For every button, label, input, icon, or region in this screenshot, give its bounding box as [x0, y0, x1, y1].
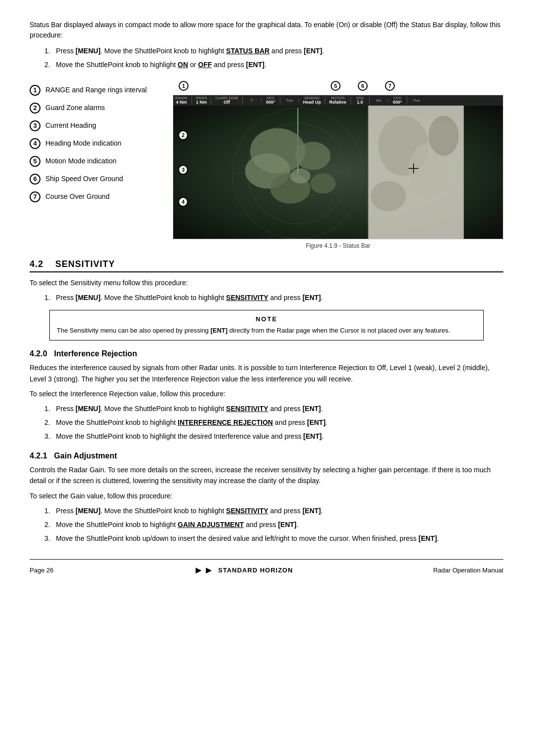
- section-420-header: 4.2.0Interference Rejection: [30, 349, 503, 358]
- legend-item-6: 6 Ship Speed Over Ground: [30, 174, 158, 185]
- sensitivity-highlight-420-1: SENSITIVITY: [226, 405, 268, 413]
- section-421-step-3: 3. Move the ShuttlePoint knob up/down to…: [44, 533, 503, 545]
- menu-key-420-1: [MENU]: [76, 405, 101, 413]
- section-420-para2: To select the Interference Rejection val…: [30, 388, 503, 399]
- status-range: RANGE 4 Nm: [175, 96, 192, 105]
- gain-adj-highlight: GAIN ADJUSTMENT: [178, 521, 244, 529]
- interference-highlight: INTERFERENCE REJECTION: [178, 418, 273, 426]
- status-bar-highlight: STATUS BAR: [226, 47, 269, 55]
- sensitivity-highlight-421: SENSITIVITY: [226, 507, 268, 515]
- ent-key-420-3: [ENT]: [304, 432, 322, 440]
- legend-text-1: RANGE and Range rings interval: [45, 85, 147, 95]
- callout-7-top: 7: [385, 81, 395, 91]
- status-true1: True: [284, 99, 299, 102]
- menu-key-1: [MENU]: [76, 47, 101, 55]
- legend-circle-6: 6: [30, 174, 40, 185]
- off-highlight: OFF: [198, 61, 212, 69]
- intro-paragraph: Status Bar displayed always in compact m…: [30, 20, 503, 40]
- section-42-intro: To select the Sensitivity menu follow th…: [30, 277, 503, 288]
- radar-status-bar: RANGE 4 Nm RINGS 1 Nm GUARD ZONE Off ⊙ H…: [173, 95, 503, 106]
- footer: Page 26 ►► STANDARD HORIZON Radar Operat…: [30, 559, 503, 576]
- legend-item-7: 7 Course Over Ground: [30, 191, 158, 202]
- legend-text-7: Course Over Ground: [45, 192, 110, 202]
- status-sog: SOG 1.0: [355, 96, 370, 105]
- callout-6-top: 6: [358, 81, 368, 91]
- status-motion: MOTION Relative: [329, 96, 351, 105]
- section-42-num: 4.2: [30, 259, 43, 269]
- ent-key-420-2: [ENT]: [307, 418, 325, 426]
- legend-list: 1 RANGE and Range rings interval 2 Guard…: [30, 85, 158, 209]
- callout-3: 3: [178, 165, 188, 175]
- legend-item-1: 1 RANGE and Range rings interval: [30, 85, 158, 96]
- section-42-title: SENSITIVITY: [55, 259, 115, 269]
- sensitivity-highlight-42: SENSITIVITY: [226, 294, 268, 302]
- legend-text-2: Guard Zone alarms: [45, 103, 105, 113]
- section-42-header: 4.2 SENSITIVITY: [30, 259, 503, 272]
- intro-step-1: 1. Press [MENU]. Move the ShuttlePoint k…: [44, 45, 503, 57]
- section-421-para1: Controls the Radar Gain. To see more det…: [30, 464, 503, 487]
- radar-svg: [173, 106, 503, 239]
- callout-2: 2: [178, 130, 188, 140]
- legend-circle-4: 4: [30, 138, 40, 149]
- radar-figure-container: 1 5 6 7 RANGE 4 Nm RINGS 1 Nm GUARD ZONE…: [173, 80, 503, 249]
- legend-text-3: Current Heading: [45, 121, 96, 131]
- section-420-step-3: 3. Move the ShuttlePoint knob to highlig…: [44, 431, 503, 443]
- menu-key-42: [MENU]: [76, 294, 101, 302]
- legend-circle-5: 5: [30, 156, 40, 167]
- section-421-title: Gain Adjustment: [54, 452, 117, 460]
- legend-text-5: Motion Mode indication: [45, 156, 116, 166]
- figure-caption: Figure 4.1.9 - Status Bar: [173, 242, 503, 249]
- ent-key-1: [ENT]: [304, 47, 322, 55]
- legend-circle-3: 3: [30, 120, 40, 131]
- note-title: NOTE: [57, 315, 476, 323]
- section-421-num: 4.2.1: [30, 452, 47, 460]
- ent-key-421-1: [ENT]: [303, 507, 321, 515]
- svg-point-11: [310, 173, 336, 193]
- status-kts: Kts: [374, 99, 388, 102]
- section-42-step-1: 1. Press [MENU]. Move the ShuttlePoint k…: [44, 292, 503, 304]
- logo-chevrons-icon: ►►: [193, 565, 214, 576]
- svg-point-10: [290, 168, 310, 184]
- status-heading-mode: HEADING Head Up: [303, 96, 326, 105]
- status-guardzone: GUARD ZONE Off: [215, 96, 243, 105]
- callout-row-top: 1 5 6 7: [173, 80, 503, 95]
- status-cog: COG 000°: [392, 96, 407, 105]
- section-421-step-2: 2. Move the ShuttlePoint knob to highlig…: [44, 519, 503, 531]
- footer-logo: ►► STANDARD HORIZON: [193, 565, 293, 576]
- section-421-header: 4.2.1Gain Adjustment: [30, 452, 503, 460]
- ent-key-420-1: [ENT]: [303, 405, 321, 413]
- ent-key-2: [ENT]: [246, 61, 265, 69]
- note-text: The Sensitivity menu can be also opened …: [57, 326, 476, 336]
- callout-4: 4: [178, 197, 188, 207]
- legend-item-3: 3 Current Heading: [30, 120, 158, 131]
- ent-key-421-3: [ENT]: [419, 534, 437, 542]
- legend-circle-7: 7: [30, 191, 40, 202]
- legend-item-5: 5 Motion Mode indication: [30, 156, 158, 167]
- section-420-title: Interference Rejection: [54, 349, 137, 358]
- footer-logo-text: STANDARD HORIZON: [218, 567, 293, 574]
- status-hdg-icon: ⊙: [247, 98, 262, 102]
- legend-item-2: 2 Guard Zone alarms: [30, 103, 158, 113]
- section-420-step-1: 1. Press [MENU]. Move the ShuttlePoint k…: [44, 403, 503, 415]
- note-box: NOTE The Sensitivity menu can be also op…: [49, 310, 484, 341]
- legend-text-4: Heading Mode indication: [45, 139, 121, 149]
- radar-sweep: 2 3 4: [173, 106, 503, 239]
- on-highlight: ON: [178, 61, 188, 69]
- section-421-para2: To select the Gain value, follow this pr…: [30, 491, 503, 501]
- intro-step-2: 2. Move the ShuttlePoint knob to highlig…: [44, 59, 503, 71]
- footer-page: Page 26: [30, 567, 53, 574]
- callout-5-top: 5: [331, 81, 341, 91]
- legend-text-6: Ship Speed Over Ground: [45, 174, 123, 184]
- diagram-section: 1 RANGE and Range rings interval 2 Guard…: [30, 80, 503, 249]
- legend-circle-1: 1: [30, 85, 40, 96]
- radar-figure: RANGE 4 Nm RINGS 1 Nm GUARD ZONE Off ⊙ H…: [173, 95, 503, 239]
- status-rings: RINGS 1 Nm: [196, 96, 211, 105]
- legend-item-4: 4 Heading Mode indication: [30, 138, 158, 149]
- section-421-step-1: 1. Press [MENU]. Move the ShuttlePoint k…: [44, 505, 503, 517]
- ent-key-421-2: [ENT]: [278, 521, 296, 529]
- ent-key-42: [ENT]: [303, 294, 321, 302]
- status-hdg: HDG 000°: [266, 96, 280, 105]
- section-420-num: 4.2.0: [30, 349, 47, 358]
- section-420-step-2: 2. Move the ShuttlePoint knob to highlig…: [44, 417, 503, 429]
- menu-key-421-1: [MENU]: [76, 507, 101, 515]
